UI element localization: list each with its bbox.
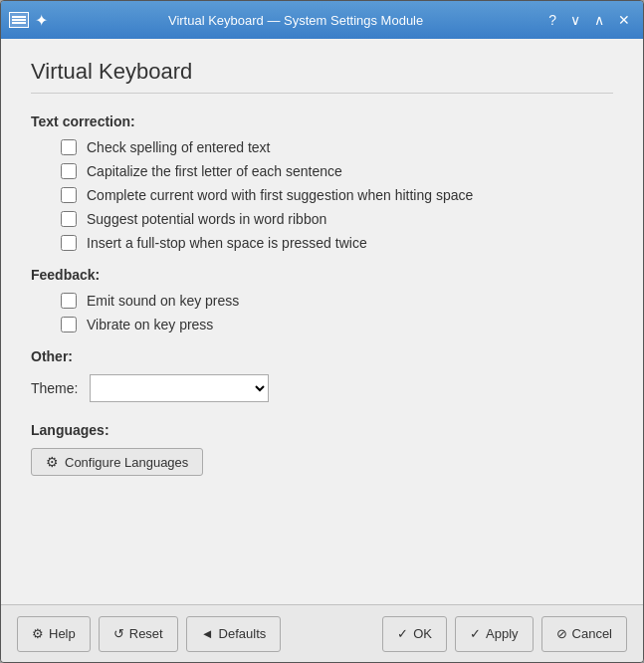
defaults-button[interactable]: ◄ Defaults bbox=[186, 616, 282, 652]
defaults-label: Defaults bbox=[219, 626, 267, 641]
reset-icon: ↺ bbox=[113, 626, 124, 641]
apply-button[interactable]: ✓ Apply bbox=[455, 616, 534, 652]
apply-icon: ✓ bbox=[470, 626, 481, 641]
checkbox-item[interactable]: Emit sound on key press bbox=[61, 293, 613, 309]
ok-icon: ✓ bbox=[397, 626, 408, 641]
content-area: Virtual Keyboard Text correction: Check … bbox=[1, 39, 643, 604]
titlebar-left: ✦ bbox=[9, 11, 48, 30]
other-label: Other: bbox=[31, 348, 613, 364]
suggest-words-checkbox[interactable] bbox=[61, 211, 77, 227]
theme-select[interactable]: Default Dark Light bbox=[90, 374, 269, 402]
text-correction-section: Text correction: Check spelling of enter… bbox=[31, 113, 613, 251]
complete-word-checkbox[interactable] bbox=[61, 187, 77, 203]
theme-row: Theme: Default Dark Light bbox=[31, 374, 613, 402]
emit-sound-label: Emit sound on key press bbox=[87, 293, 239, 309]
pin-icon: ✦ bbox=[35, 11, 48, 30]
checkbox-item[interactable]: Insert a full-stop when space is pressed… bbox=[61, 235, 613, 251]
gear-icon: ⚙ bbox=[46, 454, 59, 470]
cancel-label: Cancel bbox=[572, 626, 612, 641]
suggest-words-label: Suggest potential words in word ribbon bbox=[87, 211, 326, 227]
reset-button[interactable]: ↺ Reset bbox=[99, 616, 178, 652]
configure-languages-button[interactable]: ⚙ Configure Languages bbox=[31, 448, 203, 476]
insert-fullstop-label: Insert a full-stop when space is pressed… bbox=[87, 235, 367, 251]
capitalize-checkbox[interactable] bbox=[61, 163, 77, 179]
footer: ⚙ Help ↺ Reset ◄ Defaults ✓ OK ✓ Apply ⊘… bbox=[1, 604, 643, 662]
help-icon: ⚙ bbox=[32, 626, 44, 641]
languages-label: Languages: bbox=[31, 422, 613, 438]
configure-languages-label: Configure Languages bbox=[65, 455, 188, 470]
cancel-button[interactable]: ⊘ Cancel bbox=[541, 616, 627, 652]
window-title: Virtual Keyboard — System Settings Modul… bbox=[48, 13, 543, 28]
help-titlebar-button[interactable]: ? bbox=[543, 11, 561, 29]
insert-fullstop-checkbox[interactable] bbox=[61, 235, 77, 251]
theme-label: Theme: bbox=[31, 380, 78, 396]
check-spelling-checkbox[interactable] bbox=[61, 139, 77, 155]
languages-section: Languages: ⚙ Configure Languages bbox=[31, 422, 613, 476]
help-button[interactable]: ⚙ Help bbox=[17, 616, 91, 652]
titlebar-controls: ? ∨ ∧ ✕ bbox=[543, 11, 635, 29]
minimize-button[interactable]: ∨ bbox=[565, 11, 585, 29]
capitalize-label: Capitalize the first letter of each sent… bbox=[87, 163, 342, 179]
text-correction-checkboxes: Check spelling of entered text Capitaliz… bbox=[61, 139, 613, 251]
vibrate-checkbox[interactable] bbox=[61, 317, 77, 332]
help-label: Help bbox=[49, 626, 76, 641]
keyboard-icon bbox=[9, 12, 29, 28]
ok-button[interactable]: ✓ OK bbox=[382, 616, 447, 652]
close-button[interactable]: ✕ bbox=[613, 11, 635, 29]
feedback-label: Feedback: bbox=[31, 267, 613, 283]
checkbox-item[interactable]: Vibrate on key press bbox=[61, 317, 613, 332]
other-section: Other: Theme: Default Dark Light bbox=[31, 348, 613, 402]
cancel-icon: ⊘ bbox=[556, 626, 567, 641]
reset-label: Reset bbox=[129, 626, 163, 641]
maximize-button[interactable]: ∧ bbox=[589, 11, 609, 29]
emit-sound-checkbox[interactable] bbox=[61, 293, 77, 309]
ok-label: OK bbox=[413, 626, 432, 641]
checkbox-item[interactable]: Complete current word with first suggest… bbox=[61, 187, 613, 203]
text-correction-label: Text correction: bbox=[31, 113, 613, 129]
page-title: Virtual Keyboard bbox=[31, 59, 613, 94]
main-window: ✦ Virtual Keyboard — System Settings Mod… bbox=[0, 0, 644, 663]
check-spelling-label: Check spelling of entered text bbox=[87, 139, 270, 155]
feedback-checkboxes: Emit sound on key press Vibrate on key p… bbox=[61, 293, 613, 332]
defaults-icon: ◄ bbox=[201, 626, 214, 641]
vibrate-label: Vibrate on key press bbox=[87, 317, 213, 332]
checkbox-item[interactable]: Suggest potential words in word ribbon bbox=[61, 211, 613, 227]
apply-label: Apply bbox=[486, 626, 519, 641]
checkbox-item[interactable]: Capitalize the first letter of each sent… bbox=[61, 163, 613, 179]
titlebar: ✦ Virtual Keyboard — System Settings Mod… bbox=[1, 1, 643, 39]
complete-word-label: Complete current word with first suggest… bbox=[87, 187, 473, 203]
feedback-section: Feedback: Emit sound on key press Vibrat… bbox=[31, 267, 613, 332]
checkbox-item[interactable]: Check spelling of entered text bbox=[61, 139, 613, 155]
